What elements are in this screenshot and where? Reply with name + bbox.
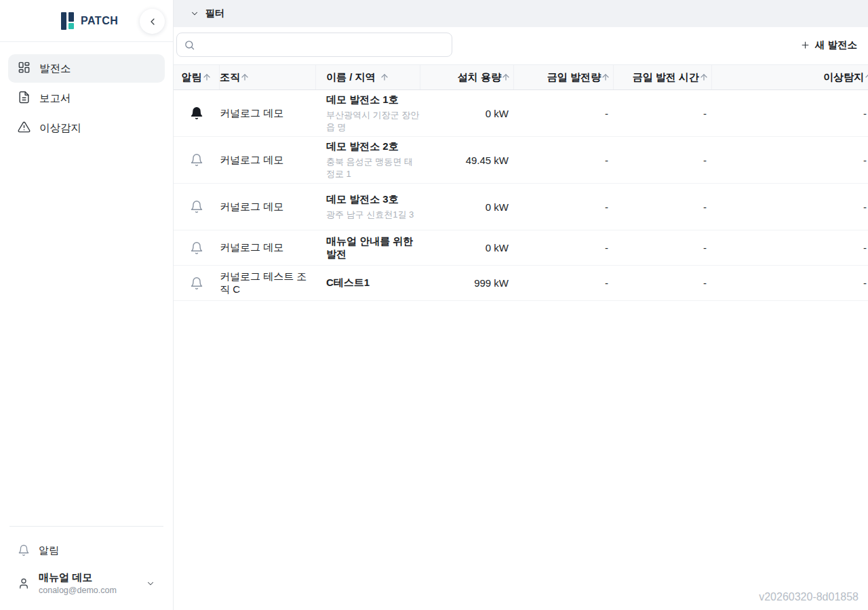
row-alert-cell[interactable] <box>174 277 220 290</box>
row-capacity: 0 kW <box>420 242 514 253</box>
search-input[interactable] <box>201 39 445 50</box>
document-icon <box>18 91 31 106</box>
sidebar-nav: 발전소 보고서 이상감지 <box>0 42 173 142</box>
row-name-cell: 매뉴얼 안내를 위한 발전 <box>316 235 420 261</box>
chevron-left-icon <box>147 16 158 27</box>
bell-icon <box>18 544 30 556</box>
filter-toggle[interactable]: 필터 <box>174 0 868 27</box>
row-today-hours: - <box>614 277 712 289</box>
plant-address: 충북 음성군 맹동면 태정로 1 <box>326 156 420 180</box>
sidebar-item-alerts[interactable]: 알림 <box>8 536 165 565</box>
row-anomaly: - <box>712 155 868 166</box>
row-bell-icon <box>190 153 203 167</box>
table-body: 커널로그 데모 데모 발전소 1호 부산광역시 기장군 장안읍 명 0 kW -… <box>174 90 868 301</box>
row-today-generation: - <box>514 155 614 166</box>
row-capacity: 49.45 kW <box>420 155 514 166</box>
plus-icon <box>800 40 810 50</box>
sort-ascending-icon <box>202 73 212 82</box>
plant-name: 데모 발전소 2호 <box>326 140 420 153</box>
row-org: 커널로그 데모 <box>220 241 316 254</box>
search-box <box>176 33 452 57</box>
column-header[interactable]: 설치 용량 <box>420 65 514 89</box>
column-header[interactable]: 금일 발전 시간 <box>614 65 712 89</box>
sidebar-bottom: 알림 매뉴얼 데모 conalog@demo.com <box>0 526 173 610</box>
table-row[interactable]: 커널로그 데모 매뉴얼 안내를 위한 발전 0 kW - - - <box>174 230 868 266</box>
column-header[interactable]: 알림 <box>174 65 220 89</box>
row-today-hours: - <box>614 201 712 213</box>
chevron-down-icon <box>190 9 199 18</box>
table-row[interactable]: 커널로그 데모 데모 발전소 2호 충북 음성군 맹동면 태정로 1 49.45… <box>174 137 868 184</box>
row-capacity: 999 kW <box>420 277 514 289</box>
row-anomaly: - <box>712 277 868 289</box>
app-root: PATCH 발전소 보고서 이상감지 <box>0 0 868 610</box>
row-name-cell: 데모 발전소 3호 광주 남구 신효천1길 3 <box>316 193 420 221</box>
main-content: 필터 새 발전소 알림 <box>174 0 868 610</box>
row-bell-icon <box>190 200 203 214</box>
column-header[interactable]: 조직 <box>220 65 316 89</box>
search-icon <box>184 39 195 51</box>
sort-ascending-icon <box>601 73 610 82</box>
version-label: v20260320-8d01858 <box>759 591 859 603</box>
row-alert-cell[interactable] <box>174 241 220 255</box>
row-bell-icon <box>190 277 203 290</box>
patch-logo-icon <box>60 12 76 30</box>
row-today-generation: - <box>514 277 614 289</box>
column-header[interactable]: 이름 / 지역 <box>316 65 420 89</box>
row-today-generation: - <box>514 201 614 213</box>
sidebar-item-1[interactable]: 보고서 <box>8 84 165 113</box>
divider <box>9 526 163 527</box>
sort-ascending-icon <box>864 73 868 82</box>
row-today-generation: - <box>514 242 614 253</box>
row-capacity: 0 kW <box>420 108 514 119</box>
row-alert-cell[interactable] <box>174 106 220 120</box>
row-name-cell: 데모 발전소 1호 부산광역시 기장군 장안읍 명 <box>316 94 420 134</box>
row-capacity: 0 kW <box>420 201 514 213</box>
row-alert-cell[interactable] <box>174 153 220 167</box>
plant-name: 매뉴얼 안내를 위한 발전 <box>326 235 420 261</box>
brand-name: PATCH <box>81 15 118 27</box>
sidebar-item-2[interactable]: 이상감지 <box>8 114 165 142</box>
plant-name: C테스트1 <box>326 277 420 289</box>
plant-name: 데모 발전소 1호 <box>326 94 420 106</box>
row-today-hours: - <box>614 242 712 253</box>
warning-icon <box>18 121 31 136</box>
chevron-down-icon <box>146 579 155 588</box>
column-header[interactable]: 이상탐지 <box>712 65 868 89</box>
row-anomaly: - <box>712 201 868 213</box>
row-today-hours: - <box>614 155 712 166</box>
sort-ascending-icon <box>699 73 709 82</box>
row-org: 커널로그 데모 <box>220 154 316 167</box>
plant-name: 데모 발전소 3호 <box>326 193 420 206</box>
sort-ascending-icon <box>501 73 511 82</box>
row-today-generation: - <box>514 108 614 119</box>
table-row[interactable]: 커널로그 테스트 조직 C C테스트1 999 kW - - - <box>174 266 868 301</box>
sidebar: PATCH 발전소 보고서 이상감지 <box>0 0 174 610</box>
table-header: 알림 조직 이름 / 지역 <box>174 64 868 90</box>
table-row[interactable]: 커널로그 데모 데모 발전소 1호 부산광역시 기장군 장안읍 명 0 kW -… <box>174 90 868 137</box>
grid-icon <box>18 61 31 77</box>
row-org: 커널로그 테스트 조직 C <box>220 270 316 296</box>
user-menu[interactable]: 매뉴얼 데모 conalog@demo.com <box>8 565 165 598</box>
row-today-hours: - <box>614 108 712 119</box>
row-anomaly: - <box>712 108 868 119</box>
row-org: 커널로그 데모 <box>220 201 316 214</box>
row-name-cell: 데모 발전소 2호 충북 음성군 맹동면 태정로 1 <box>316 140 420 180</box>
toolbar: 새 발전소 <box>174 27 868 64</box>
row-name-cell: C테스트1 <box>316 277 420 289</box>
row-org: 커널로그 데모 <box>220 107 316 120</box>
filter-label: 필터 <box>205 7 224 20</box>
alerts-label: 알림 <box>39 544 59 557</box>
sort-ascending-icon <box>380 73 389 82</box>
row-bell-icon <box>190 241 203 255</box>
brand-logo: PATCH <box>60 12 118 30</box>
plant-address: 부산광역시 기장군 장안읍 명 <box>326 109 420 134</box>
sidebar-item-0[interactable]: 발전소 <box>8 54 165 83</box>
row-alert-cell[interactable] <box>174 200 220 214</box>
row-anomaly: - <box>712 242 868 253</box>
new-plant-button[interactable]: 새 발전소 <box>799 35 859 56</box>
user-name: 매뉴얼 데모 <box>39 571 137 584</box>
table-row[interactable]: 커널로그 데모 데모 발전소 3호 광주 남구 신효천1길 3 0 kW - -… <box>174 184 868 230</box>
sidebar-header: PATCH <box>0 0 173 42</box>
column-header[interactable]: 금일 발전량 <box>514 65 614 89</box>
sidebar-collapse-button[interactable] <box>140 9 165 34</box>
